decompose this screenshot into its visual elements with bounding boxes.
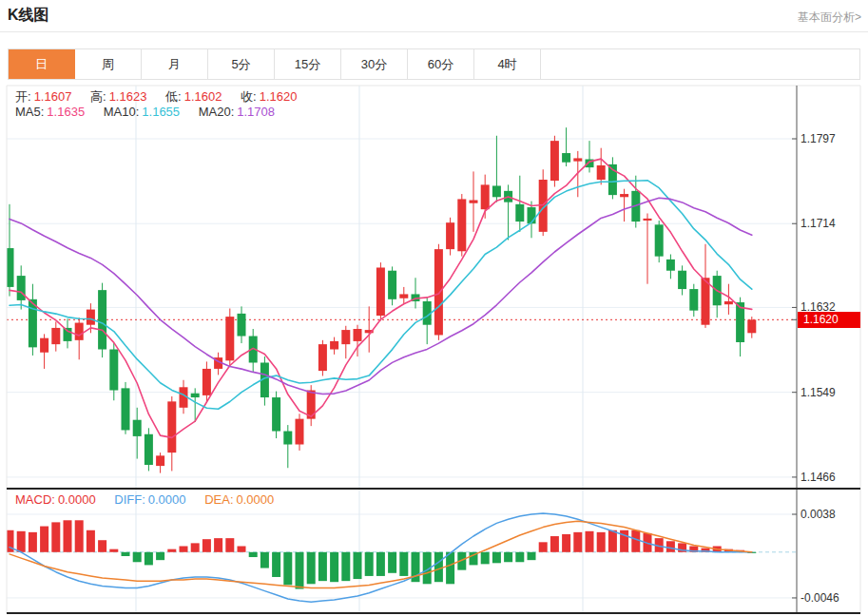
y-axis-tick-5: 1.1466 <box>800 471 836 484</box>
macd-axis-tick-2: -0.0046 <box>800 591 839 605</box>
open-value: 1.1607 <box>34 89 72 104</box>
close-value: 1.1620 <box>260 89 298 104</box>
low-value: 1.1602 <box>184 89 222 104</box>
macd-legend: MACD:0.0000 DIFF:0.0000 DEA:0.0000 <box>15 492 289 507</box>
ma20-value: 1.1708 <box>237 105 275 119</box>
y-axis-tick-4: 1.1549 <box>800 386 836 399</box>
macd-value: 0.0000 <box>58 492 96 507</box>
dea-value: 0.0000 <box>237 492 275 507</box>
macd-axis-tick-1: 0.0038 <box>800 508 836 521</box>
dea-label: DEA: <box>204 492 233 507</box>
ma10-label: MA10: <box>104 105 140 119</box>
ma5-label: MA5: <box>15 105 44 119</box>
ma-legend: MA5:1.1635 MA10:1.1655 MA20:1.1708 <box>15 105 290 119</box>
close-label: 收: <box>241 89 257 104</box>
y-axis-tick-1: 1.1797 <box>800 132 836 145</box>
diff-value: 0.0000 <box>148 492 186 507</box>
macd-label: MACD: <box>15 492 55 507</box>
high-value: 1.1623 <box>109 89 147 104</box>
low-label: 低: <box>165 89 182 104</box>
diff-label: DIFF: <box>114 492 145 507</box>
ma5-value: 1.1635 <box>47 105 85 119</box>
high-label: 高: <box>90 89 106 104</box>
ma10-value: 1.1655 <box>142 105 180 119</box>
ohlc-legend: 开:1.1607 高:1.1623 低:1.1602 收:1.1620 <box>15 88 312 106</box>
last-price-badge: 1.1620 <box>798 312 860 328</box>
y-axis-tick-2: 1.1714 <box>800 217 836 230</box>
open-label: 开: <box>15 89 31 104</box>
kline-page: K线图 基本面分析> 日 周 月 5分 15分 30分 60分 4时 开:1.1… <box>0 0 868 616</box>
ma20-label: MA20: <box>199 105 235 119</box>
